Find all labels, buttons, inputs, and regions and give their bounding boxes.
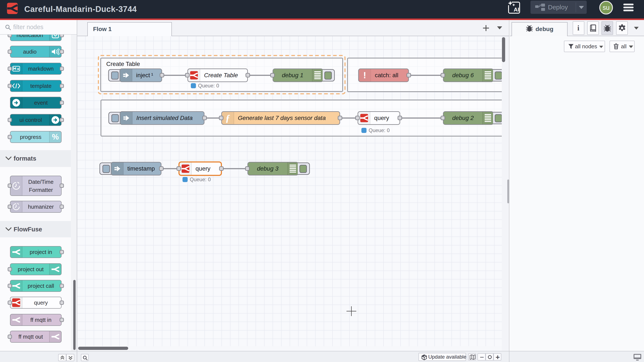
svg-text:AI: AI (514, 6, 519, 13)
svg-text:i: i (577, 24, 579, 32)
